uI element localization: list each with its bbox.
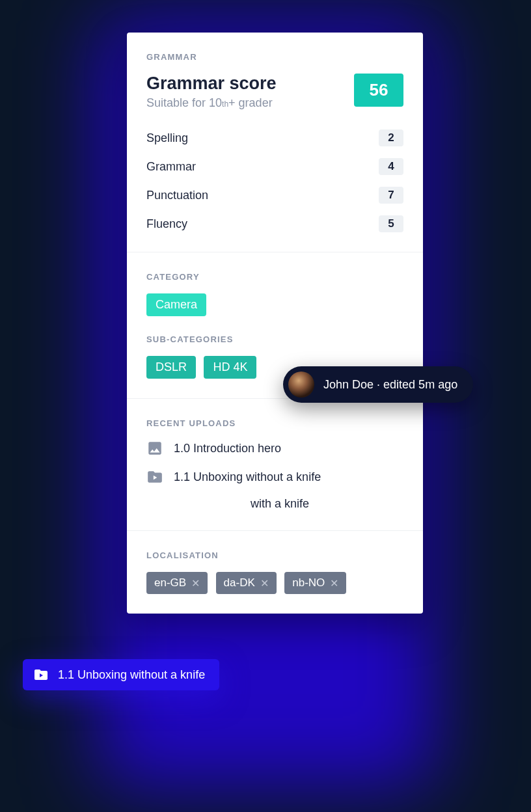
sidebar-card: GRAMMAR Grammar score Suitable for 10th+…: [127, 33, 423, 614]
metric-row[interactable]: Spelling 2: [146, 129, 403, 146]
category-tag[interactable]: Camera: [146, 293, 206, 316]
upload-item[interactable]: 1.1 Unboxing without a knife: [146, 468, 403, 485]
upload-item[interactable]: with a knife: [146, 497, 403, 511]
grammar-title: Grammar score: [146, 74, 277, 94]
metric-row[interactable]: Grammar 4: [146, 158, 403, 175]
grammar-eyebrow: GRAMMAR: [146, 52, 403, 62]
subcategory-eyebrow: SUB-CATEGORIES: [146, 334, 403, 344]
grammar-score-badge: 56: [354, 74, 403, 107]
video-folder-icon: [33, 667, 49, 683]
metric-row[interactable]: Punctuation 7: [146, 187, 403, 204]
grammar-section: GRAMMAR Grammar score Suitable for 10th+…: [127, 33, 423, 252]
upload-label: 1.0 Introduction hero: [174, 442, 281, 455]
avatar: [288, 372, 314, 398]
uploads-section: RECENT UPLOADS 1.0 Introduction hero 1.1…: [127, 399, 423, 531]
category-eyebrow: CATEGORY: [146, 272, 403, 282]
metric-value: 4: [379, 158, 403, 175]
subcategory-tag[interactable]: HD 4K: [204, 356, 256, 379]
editor-status-text: John Doe · edited 5m ago: [323, 378, 457, 392]
locale-label: nb-NO: [292, 576, 325, 589]
metric-label: Punctuation: [146, 189, 208, 202]
video-folder-icon: [146, 468, 163, 485]
metric-value: 5: [379, 215, 403, 232]
subcategory-tag[interactable]: DSLR: [146, 356, 196, 379]
localisation-section: LOCALISATION en-GB ✕ da-DK ✕ nb-NO ✕: [127, 531, 423, 614]
close-icon[interactable]: ✕: [330, 577, 338, 589]
upload-item[interactable]: 1.0 Introduction hero: [146, 440, 403, 457]
editor-status-pill[interactable]: John Doe · edited 5m ago: [283, 366, 473, 403]
metric-label: Grammar: [146, 160, 196, 174]
locale-label: da-DK: [224, 576, 255, 589]
locale-tag[interactable]: en-GB ✕: [146, 572, 208, 594]
close-icon[interactable]: ✕: [260, 577, 269, 589]
metric-label: Spelling: [146, 131, 188, 145]
upload-label: with a knife: [251, 497, 309, 511]
grammar-subtitle: Suitable for 10th+ grader: [146, 96, 277, 110]
metric-value: 7: [379, 187, 403, 204]
metrics-list: Spelling 2 Grammar 4 Punctuation 7 Fluen…: [146, 129, 403, 232]
drag-preview-pill[interactable]: 1.1 Unboxing without a knife: [23, 659, 219, 690]
metric-value: 2: [379, 129, 403, 146]
localisation-eyebrow: LOCALISATION: [146, 550, 403, 560]
locale-tag[interactable]: da-DK ✕: [216, 572, 277, 594]
close-icon[interactable]: ✕: [191, 577, 200, 589]
upload-label: 1.1 Unboxing without a knife: [174, 470, 321, 484]
metric-row[interactable]: Fluency 5: [146, 215, 403, 232]
metric-label: Fluency: [146, 217, 187, 231]
uploads-eyebrow: RECENT UPLOADS: [146, 418, 403, 428]
image-icon: [146, 440, 163, 457]
drag-label: 1.1 Unboxing without a knife: [58, 668, 205, 682]
locale-tag[interactable]: nb-NO ✕: [284, 572, 346, 594]
locale-label: en-GB: [154, 576, 186, 589]
